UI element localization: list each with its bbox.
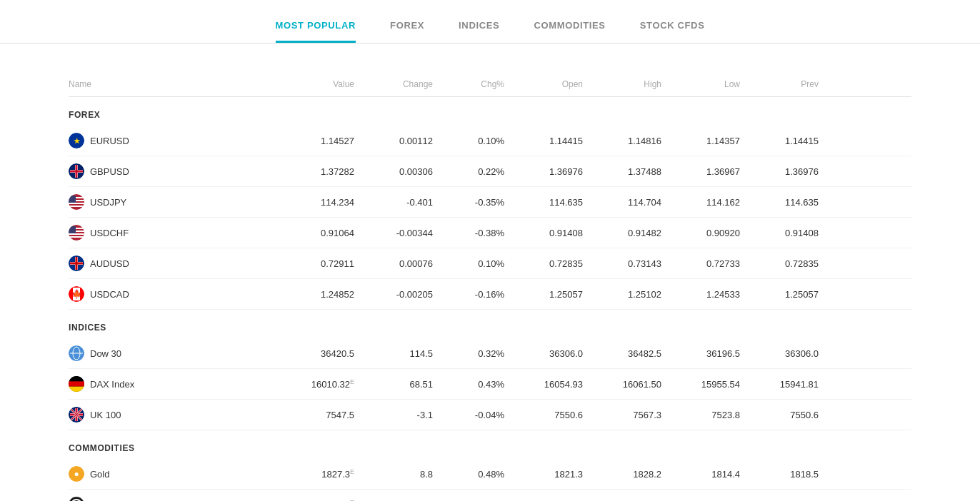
instrument-name: USDCHF [69,225,269,241]
open-cell: 0.72835 [504,258,583,269]
value-cell: 0.91064 [269,228,354,238]
change-cell: 114.5 [354,348,433,359]
svg-rect-12 [69,196,76,203]
svg-text:🍁: 🍁 [71,288,82,299]
flag-icon [69,163,84,179]
table-row[interactable]: GBPUSD 1.37282 0.00306 0.22% 1.36976 1.3… [69,156,911,187]
chg-pct-cell: 0.10% [433,258,504,269]
svg-rect-11 [69,206,84,207]
svg-rect-15 [69,233,84,235]
table-row[interactable]: Dow 30 36420.5 114.5 0.32% 36306.0 36482… [69,338,911,369]
tab-forex[interactable]: FOREX [390,13,424,43]
value-cell: 1.14527 [269,136,354,146]
table-row[interactable]: DAX Index 16010.32E 68.51 0.43% 16054.93… [69,369,911,400]
col-open: Open [504,79,583,89]
open-cell: 1.36976 [504,166,583,177]
low-cell: 1.24533 [661,289,740,300]
prev-cell: 1.14415 [740,136,819,146]
flag-icon [69,345,84,361]
open-cell: 1.25057 [504,289,583,300]
change-cell: 68.51 [354,379,433,390]
prev-cell: 0.72835 [740,258,819,269]
open-cell: 1821.3 [504,469,583,480]
prev-cell: 7550.6 [740,410,819,420]
flag-icon: 🍁 [69,286,84,302]
table-row[interactable]: ★ EURUSD 1.14527 0.00112 0.10% 1.14415 1… [69,126,911,156]
chg-pct-cell: -0.38% [433,228,504,238]
value-cell: 7547.5 [269,410,354,420]
table-row[interactable]: 🍁 USDCAD 1.24852 -0.00205 -0.16% 1.25057… [69,279,911,310]
instrument-name: Crude Oil [69,497,269,501]
high-cell: 0.91482 [583,228,661,238]
chg-pct-cell: 0.32% [433,348,504,359]
table-row[interactable]: UK 100 7547.5 -3.1 -0.04% 7550.6 7567.3 … [69,400,911,430]
change-cell: 0.00076 [354,258,433,269]
low-cell: 0.90920 [661,228,740,238]
change-cell: -0.00205 [354,289,433,300]
col-chg-pct: Chg% [433,79,504,89]
tab-indices[interactable]: INDICES [459,13,499,43]
table-row[interactable]: USDCHF 0.91064 -0.00344 -0.38% 0.91408 0… [69,218,911,248]
change-cell: -3.1 [354,410,433,420]
table-row[interactable]: Crude Oil 82.64E 1.42 1.75% 81.38 83.10 … [69,490,911,501]
flag-icon [69,255,84,271]
value-cell: 16010.32E [269,378,354,390]
table-header: Name Value Change Chg% Open High Low Pre… [69,72,911,97]
table-row[interactable]: AUDUSD 0.72911 0.00076 0.10% 0.72835 0.7… [69,248,911,279]
value-cell: 0.72911 [269,258,354,269]
change-cell: 8.8 [354,469,433,480]
instrument-name: GBPUSD [69,163,269,179]
svg-text:★: ★ [74,137,81,145]
main-content: Name Value Change Chg% Open High Low Pre… [40,44,940,501]
section-label: COMMODITIES [69,430,911,459]
open-cell: 7550.6 [504,410,583,420]
tab-most-popular[interactable]: MOST POPULAR [276,13,356,43]
open-cell: 36306.0 [504,348,583,359]
col-high: High [583,79,661,89]
navigation-tabs: MOST POPULAR FOREX INDICES COMMODITIES S… [0,0,980,44]
section-label: FOREX [69,97,911,126]
instrument-name: 🍁 USDCAD [69,286,269,302]
change-cell: 0.00112 [354,136,433,146]
svg-rect-17 [69,236,84,238]
open-cell: 114.635 [504,197,583,208]
high-cell: 7567.3 [583,410,661,420]
table-row[interactable]: ● Gold 1827.3E 8.8 0.48% 1821.3 1828.2 1… [69,459,911,490]
flag-icon [69,407,84,422]
high-cell: 1.37488 [583,166,661,177]
tab-commodities[interactable]: COMMODITIES [534,13,605,43]
prev-cell: 36306.0 [740,348,819,359]
high-cell: 36482.5 [583,348,661,359]
open-cell: 1.14415 [504,136,583,146]
low-cell: 114.162 [661,197,740,208]
col-prev: Prev [740,79,819,89]
col-change: Change [354,79,433,89]
svg-rect-18 [69,226,76,233]
col-value: Value [269,79,354,89]
instrument-name: ★ EURUSD [69,133,269,148]
low-cell: 36196.5 [661,348,740,359]
instrument-name: ● Gold [69,466,269,482]
low-cell: 1.14357 [661,136,740,146]
low-cell: 15955.54 [661,379,740,390]
prev-cell: 0.91408 [740,228,819,238]
high-cell: 114.704 [583,197,661,208]
high-cell: 16061.50 [583,379,661,390]
table-body: FOREX ★ EURUSD 1.14527 0.00112 0.10% 1.1… [69,97,911,501]
flag-icon [69,225,84,241]
high-cell: 1.25102 [583,289,661,300]
flag-icon: ● [69,466,84,482]
value-cell: 114.234 [269,197,354,208]
svg-text:●: ● [74,469,79,479]
instrument-name: USDJPY [69,194,269,210]
open-cell: 0.91408 [504,228,583,238]
table-row[interactable]: USDJPY 114.234 -0.401 -0.35% 114.635 114… [69,187,911,218]
prev-cell: 114.635 [740,197,819,208]
open-cell: 16054.93 [504,379,583,390]
instrument-name: UK 100 [69,407,269,422]
value-cell: 1.24852 [269,289,354,300]
instrument-name: Dow 30 [69,345,269,361]
flag-icon [69,194,84,210]
flag-icon [69,376,84,392]
tab-stock-cfds[interactable]: STOCK CFDS [640,13,705,43]
